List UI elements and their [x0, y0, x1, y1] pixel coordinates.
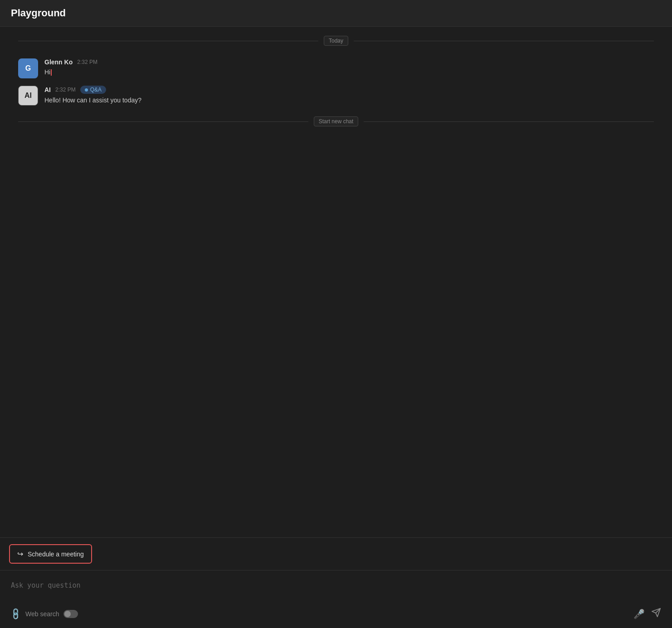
web-search-toggle[interactable]: [63, 610, 78, 618]
chat-input[interactable]: [9, 578, 663, 601]
main-content: Today G Glenn Ko 2:32 PM Hi AI AI: [0, 27, 672, 628]
schedule-meeting-label: Schedule a meeting: [28, 551, 84, 558]
start-new-chat-button[interactable]: Start new chat: [314, 116, 359, 126]
input-toolbar: 🔗 Web search 🎤: [9, 603, 663, 624]
input-toolbar-right: 🎤: [633, 608, 661, 620]
input-area: 🔗 Web search 🎤: [0, 570, 672, 628]
message-time-2: 2:32 PM: [55, 87, 76, 93]
input-toolbar-left: 🔗 Web search: [11, 609, 628, 619]
message-content-1: Glenn Ko 2:32 PM Hi: [44, 58, 654, 77]
date-divider: Today: [0, 27, 672, 55]
attachment-icon[interactable]: 🔗: [9, 607, 23, 621]
message-content-2: AI 2:32 PM Q&A Hello! How can I assist y…: [44, 86, 654, 105]
message-group-1: G Glenn Ko 2:32 PM Hi: [0, 55, 672, 82]
schedule-meeting-button[interactable]: ↪ Schedule a meeting: [9, 544, 92, 564]
tag-dot: [85, 88, 88, 92]
message-sender-2: AI: [44, 86, 51, 93]
bottom-area: ↪ Schedule a meeting 🔗 Web search 🎤: [0, 537, 672, 628]
message-sender-1: Glenn Ko: [44, 58, 73, 66]
message-tag-qa: Q&A: [80, 86, 106, 94]
chat-area: Today G Glenn Ko 2:32 PM Hi AI AI: [0, 27, 672, 537]
send-icon[interactable]: [651, 608, 661, 620]
tag-label: Q&A: [90, 87, 102, 93]
message-header-2: AI 2:32 PM Q&A: [44, 86, 654, 94]
date-label: Today: [324, 36, 348, 46]
new-chat-line-left: [18, 121, 308, 122]
schedule-meeting-bar: ↪ Schedule a meeting: [0, 538, 672, 570]
divider-line-right: [354, 41, 654, 41]
message-group-2: AI AI 2:32 PM Q&A Hello! How can I assis…: [0, 82, 672, 109]
page-title: Playground: [11, 7, 66, 19]
avatar-user: G: [18, 58, 38, 78]
new-chat-divider[interactable]: Start new chat: [0, 109, 672, 134]
message-time-1: 2:32 PM: [77, 59, 97, 65]
message-text-1: Hi: [44, 68, 654, 77]
avatar-ai: AI: [18, 86, 38, 106]
divider-line-left: [18, 41, 318, 41]
app-header: Playground: [0, 0, 672, 27]
new-chat-line-right: [364, 121, 654, 122]
message-text-2: Hello! How can I assist you today?: [44, 96, 654, 105]
text-cursor: [51, 69, 52, 76]
message-header-1: Glenn Ko 2:32 PM: [44, 58, 654, 66]
web-search-label: Web search: [25, 610, 59, 618]
mic-icon[interactable]: 🎤: [633, 609, 645, 619]
share-icon: ↪: [17, 550, 23, 558]
